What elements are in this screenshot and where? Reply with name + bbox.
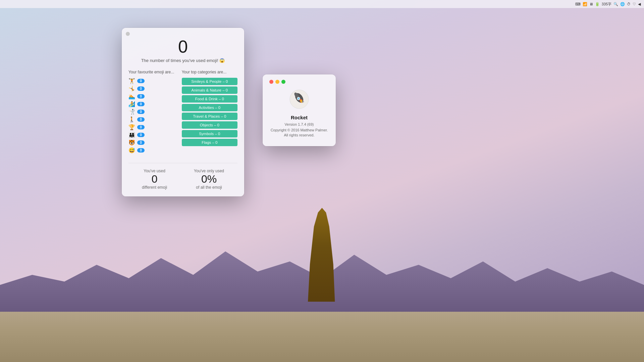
emoji-icon-5: 🤺 [128, 109, 135, 115]
categories-column-title: Your top categories are... [182, 70, 237, 74]
emoji-badge-9: 0 [137, 140, 145, 145]
emoji-icon-1: 🏋 [128, 78, 135, 84]
used-number: 0 [142, 173, 167, 185]
menubar-icon-bluetooth[interactable]: ⌨ [575, 2, 581, 6]
emoji-row-9: 🐯 0 [128, 139, 175, 146]
emoji-row-2: 🤸 0 [128, 85, 175, 92]
window-close-button[interactable] [126, 32, 130, 36]
svg-point-3 [297, 97, 300, 100]
category-activities-btn[interactable]: Activities – 0 [182, 104, 237, 111]
category-smileys-btn[interactable]: Smileys & People – 0 [182, 78, 237, 85]
emoji-icon-7: 🏆 [128, 124, 135, 130]
emoji-row-7: 🏆 0 [128, 124, 175, 130]
used-sublabel: different emoji [142, 185, 167, 190]
category-food-btn[interactable]: Food & Drink – 0 [182, 95, 237, 103]
menubar-icon-volume[interactable]: ◀ [638, 2, 641, 6]
emoji-icon-8: 👨‍👩‍👧 [128, 132, 135, 138]
rocket-version: Version 1.7.4 (69) [269, 122, 329, 126]
stats-bottom: You've used 0 different emoji You've onl… [128, 163, 237, 190]
menubar-icon-battery[interactable]: 🔋 [595, 2, 600, 6]
emoji-count-subtitle: The number of times you've used emoji! 😱 [128, 58, 237, 63]
menubar: ⌨ 📶 🖥 🔋 335字 🔍 🌐 ⏱ ♡ ◀ [0, 0, 644, 8]
menubar-icons: ⌨ 📶 🖥 🔋 335字 🔍 🌐 ⏱ ♡ ◀ [575, 2, 641, 7]
emoji-badge-6: 0 [137, 117, 145, 122]
menubar-icon-wifi[interactable]: 📶 [583, 2, 587, 6]
percent-number: 0% [194, 173, 224, 185]
emoji-icon-3: 🏊 [128, 93, 135, 100]
category-travel-btn[interactable]: Travel & Places – 0 [182, 113, 237, 120]
category-symbols-btn[interactable]: Symbols – 0 [182, 130, 237, 137]
emoji-badge-1: 0 [137, 79, 145, 83]
stats-window: 0 The number of times you've used emoji!… [122, 28, 244, 196]
emoji-badge-10: 0 [137, 148, 145, 153]
rocket-app-icon [289, 89, 309, 109]
emoji-row-10: 😅 0 [128, 147, 175, 154]
category-animals-btn[interactable]: Animals & Nature – 0 [182, 86, 237, 94]
emoji-row-8: 👨‍👩‍👧 0 [128, 132, 175, 138]
rocket-window-controls [269, 80, 329, 84]
rocket-close-button[interactable] [269, 80, 273, 84]
categories-column: Your top categories are... Smileys & Peo… [182, 70, 237, 155]
menubar-icon-time[interactable]: ⏱ [627, 2, 631, 6]
rocket-maximize-button[interactable] [281, 80, 285, 84]
emoji-badge-7: 0 [137, 125, 145, 129]
used-label: You've used [142, 169, 167, 173]
different-emoji-stat: You've used 0 different emoji [142, 169, 167, 190]
menubar-icon-heart[interactable]: ♡ [633, 2, 636, 6]
emoji-icon-4: 🏄 [128, 101, 135, 107]
menubar-text-count: 335字 [602, 2, 611, 7]
emoji-row-5: 🤺 0 [128, 109, 175, 115]
rocket-app-name: Rocket [269, 115, 329, 120]
percent-sublabel: of all the emoji [194, 185, 224, 190]
emoji-badge-8: 0 [137, 133, 145, 137]
emoji-icon-6: 🚶 [128, 116, 135, 123]
percent-label: You've only used [194, 169, 224, 173]
emoji-row-4: 🏄 0 [128, 101, 175, 107]
category-flags-btn[interactable]: Flags – 0 [182, 139, 237, 146]
rocket-copyright: Copyright © 2016 Matthew Palmer. All rig… [269, 128, 329, 138]
emoji-icon-2: 🤸 [128, 85, 135, 92]
emoji-icon-10: 😅 [128, 147, 135, 154]
percent-emoji-stat: You've only used 0% of all the emoji [194, 169, 224, 190]
emoji-badge-2: 0 [137, 86, 145, 91]
menubar-icon-siri[interactable]: 🌐 [620, 2, 625, 6]
category-objects-btn[interactable]: Objects – 0 [182, 121, 237, 129]
favourite-column-title: Your favourite emoji are... [128, 70, 175, 74]
emoji-badge-3: 0 [137, 94, 145, 99]
emoji-badge-5: 0 [137, 110, 145, 114]
emoji-row-1: 🏋 0 [128, 78, 175, 84]
menubar-icon-display[interactable]: 🖥 [589, 2, 593, 6]
rocket-icon-container [269, 89, 329, 111]
emoji-icon-9: 🐯 [128, 139, 135, 146]
favourite-emoji-column: Your favourite emoji are... 🏋 0 🤸 0 🏊 0 … [128, 70, 175, 155]
emoji-row-6: 🚶 0 [128, 116, 175, 123]
emoji-badge-4: 0 [137, 102, 145, 106]
rocket-about-window: Rocket Version 1.7.4 (69) Copyright © 20… [263, 74, 336, 146]
rocket-minimize-button[interactable] [275, 80, 279, 84]
emoji-row-3: 🏊 0 [128, 93, 175, 100]
emoji-count-number: 0 [128, 38, 237, 55]
menubar-icon-search[interactable]: 🔍 [613, 2, 618, 6]
